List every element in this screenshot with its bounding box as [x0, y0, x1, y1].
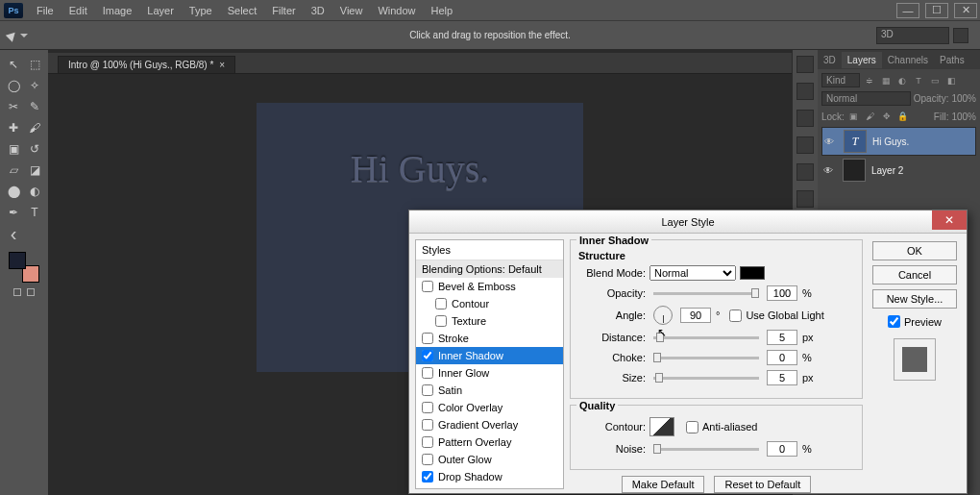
- path-tool-icon[interactable]: ‹: [5, 225, 22, 242]
- menu-view[interactable]: View: [332, 2, 371, 19]
- document-tab[interactable]: Intro @ 100% (Hi Guys., RGB/8) * ×: [58, 56, 235, 73]
- menu-3d[interactable]: 3D: [304, 2, 332, 19]
- panel-icon[interactable]: [796, 110, 814, 127]
- dialog-titlebar[interactable]: Layer Style ✕: [409, 210, 967, 234]
- filter-adjust-icon[interactable]: ◐: [895, 74, 909, 87]
- opacity-slider[interactable]: [653, 292, 759, 295]
- ok-button[interactable]: OK: [872, 241, 957, 260]
- style-item-bevel-emboss[interactable]: Bevel & Emboss: [416, 278, 563, 295]
- noise-input[interactable]: [767, 441, 797, 457]
- reset-default-button[interactable]: Reset to Default: [714, 476, 811, 493]
- wand-tool-icon[interactable]: ✧: [26, 77, 43, 94]
- use-global-light-checkbox[interactable]: [729, 309, 742, 322]
- foreground-background-swatch[interactable]: [9, 252, 39, 283]
- style-item-texture[interactable]: Texture: [416, 312, 563, 330]
- pen-tool-icon[interactable]: ✒: [5, 204, 22, 221]
- history-tool-icon[interactable]: ↺: [26, 140, 43, 158]
- window-minimize-button[interactable]: —: [896, 3, 919, 18]
- style-item-gradient-overlay[interactable]: Gradient Overlay: [416, 416, 563, 433]
- crop-tool-icon[interactable]: ✂: [5, 98, 22, 115]
- text-tool-icon[interactable]: T: [26, 204, 43, 221]
- contour-picker[interactable]: [649, 417, 674, 436]
- tab-paths[interactable]: Paths: [934, 52, 970, 68]
- panel-icon[interactable]: [796, 136, 814, 154]
- style-checkbox[interactable]: [422, 384, 433, 396]
- dialog-close-button[interactable]: ✕: [932, 210, 967, 230]
- close-icon[interactable]: ×: [219, 60, 225, 70]
- heal-tool-icon[interactable]: ✚: [5, 119, 22, 136]
- menu-file[interactable]: File: [29, 2, 61, 19]
- distance-input[interactable]: [767, 330, 797, 345]
- angle-control[interactable]: [653, 306, 673, 325]
- foreground-color-swatch[interactable]: [9, 252, 26, 269]
- lasso-tool-icon[interactable]: ◯: [5, 77, 22, 94]
- menu-layer[interactable]: Layer: [139, 2, 182, 19]
- blur-tool-icon[interactable]: ⬤: [5, 183, 22, 200]
- menu-edit[interactable]: Edit: [61, 2, 95, 19]
- style-checkbox[interactable]: [422, 402, 433, 413]
- eye-icon[interactable]: 👁: [824, 136, 838, 147]
- style-item-outer-glow[interactable]: Outer Glow: [416, 451, 563, 468]
- filter-pixel-icon[interactable]: ▦: [879, 74, 893, 87]
- filter-all-icon[interactable]: ≑: [863, 74, 876, 87]
- eyedrop-tool-icon[interactable]: ✎: [26, 98, 43, 115]
- lock-all-icon[interactable]: 🔒: [896, 110, 910, 123]
- style-item-stroke[interactable]: Stroke: [416, 330, 563, 347]
- filter-smart-icon[interactable]: ◧: [944, 74, 958, 87]
- choke-slider[interactable]: [653, 357, 759, 359]
- panel-icon[interactable]: [796, 163, 814, 181]
- style-item-contour[interactable]: Contour: [416, 295, 563, 312]
- distance-slider[interactable]: [653, 336, 759, 339]
- layer-kind-select[interactable]: Kind: [821, 73, 860, 87]
- tab-layers[interactable]: Layers: [842, 52, 882, 68]
- size-slider[interactable]: [653, 377, 759, 380]
- cancel-button[interactable]: Cancel: [872, 265, 957, 285]
- menu-filter[interactable]: Filter: [264, 2, 303, 19]
- window-maximize-button[interactable]: ☐: [925, 3, 948, 18]
- antialiased-checkbox[interactable]: [686, 421, 698, 433]
- move-tool-icon[interactable]: ↖: [5, 56, 22, 73]
- style-checkbox[interactable]: [422, 367, 433, 379]
- new-style-button[interactable]: New Style...: [872, 289, 957, 309]
- style-checkbox[interactable]: [435, 298, 447, 309]
- style-checkbox[interactable]: [422, 471, 433, 483]
- layer-item[interactable]: 👁 Layer 2: [821, 156, 976, 185]
- layer-item[interactable]: 👁 T Hi Guys.: [821, 127, 976, 156]
- style-checkbox[interactable]: [422, 281, 433, 292]
- angle-input[interactable]: [680, 308, 711, 323]
- preview-checkbox[interactable]: [888, 315, 900, 328]
- style-checkbox[interactable]: [422, 436, 433, 448]
- tab-3d[interactable]: 3D: [818, 52, 842, 68]
- gradient-tool-icon[interactable]: ◪: [26, 161, 43, 179]
- lock-pixels-icon[interactable]: 🖌: [864, 110, 877, 123]
- styles-header[interactable]: Styles: [416, 240, 563, 260]
- lock-position-icon[interactable]: ✥: [880, 110, 894, 123]
- opacity-value[interactable]: 100%: [951, 93, 976, 104]
- blend-mode-select[interactable]: Normal: [649, 265, 736, 281]
- stamp-tool-icon[interactable]: ▣: [5, 140, 22, 158]
- style-checkbox[interactable]: [422, 454, 433, 465]
- style-checkbox[interactable]: [422, 350, 433, 361]
- menu-window[interactable]: Window: [370, 2, 423, 19]
- style-item-drop-shadow[interactable]: Drop Shadow: [416, 468, 563, 485]
- menu-select[interactable]: Select: [220, 2, 265, 19]
- panel-icon[interactable]: [796, 56, 814, 73]
- choke-input[interactable]: [767, 350, 797, 365]
- filter-shape-icon[interactable]: ▭: [928, 74, 942, 87]
- eraser-tool-icon[interactable]: ▱: [5, 161, 22, 179]
- style-item-satin[interactable]: Satin: [416, 382, 563, 399]
- noise-slider[interactable]: [653, 448, 759, 451]
- filter-type-icon[interactable]: T: [912, 74, 925, 87]
- style-item-color-overlay[interactable]: Color Overlay: [416, 399, 563, 416]
- fill-value[interactable]: 100%: [951, 111, 976, 122]
- style-checkbox[interactable]: [422, 419, 433, 431]
- opacity-input[interactable]: [767, 285, 797, 301]
- tab-channels[interactable]: Channels: [882, 52, 934, 68]
- style-checkbox[interactable]: [435, 315, 447, 327]
- style-item-inner-glow[interactable]: Inner Glow: [416, 364, 563, 382]
- blend-mode-select[interactable]: Normal: [821, 91, 911, 106]
- shadow-color-swatch[interactable]: [740, 266, 765, 280]
- style-item-pattern-overlay[interactable]: Pattern Overlay: [416, 433, 563, 451]
- size-input[interactable]: [767, 370, 797, 385]
- style-checkbox[interactable]: [422, 333, 433, 344]
